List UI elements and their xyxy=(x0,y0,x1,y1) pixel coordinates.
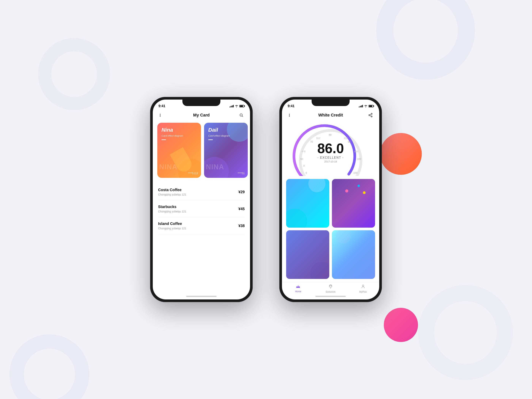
status-time-1: 9:41 xyxy=(158,104,165,108)
header-title-1: My Card xyxy=(193,113,210,118)
svg-point-0 xyxy=(160,114,161,114)
gauge-label: - EXCELLENT - xyxy=(317,156,344,159)
gc1-shape-1 xyxy=(286,209,307,228)
svg-text:差: 差 xyxy=(303,165,305,167)
wifi-icon-2 xyxy=(364,105,367,107)
exclusive-nav-icon xyxy=(329,285,333,290)
transaction-name-1: Starbucks xyxy=(158,205,238,209)
transaction-item-0[interactable]: Costa Coffee Chongqing yubeiqu 121 ¥29 xyxy=(158,184,245,200)
nav-label-exclusive: Exclusive xyxy=(326,291,336,293)
blob-orange xyxy=(380,133,422,175)
person-icon xyxy=(361,285,365,289)
bottom-nav: Home Exclusive xyxy=(282,282,379,294)
menu-icon-2 xyxy=(289,114,293,117)
signal-bar-3 xyxy=(232,105,233,107)
grid-card-4[interactable] xyxy=(332,230,375,279)
card-dail-watermark: NINA xyxy=(206,163,224,171)
search-icon-1 xyxy=(239,113,243,117)
transaction-item-2[interactable]: Island Coffee Chongqing yubeiqu 121 ¥38 xyxy=(158,217,245,234)
status-icons-2 xyxy=(359,105,374,107)
phone-1: 9:41 xyxy=(150,97,253,302)
card-dail-dash xyxy=(208,139,213,140)
notch-1 xyxy=(182,100,220,106)
svg-text:极好: 极好 xyxy=(354,150,358,152)
svg-text:良好: 良好 xyxy=(316,137,320,139)
svg-point-2 xyxy=(160,116,161,117)
signal-bar2-2 xyxy=(360,106,361,107)
transaction-left-2: Island Coffee Chongqing yubeiqu 121 xyxy=(158,222,238,230)
battery-fill-1 xyxy=(240,105,243,107)
gauge-score: 86.0 xyxy=(317,142,344,155)
svg-line-4 xyxy=(242,116,243,117)
phones-container: 9:41 xyxy=(150,97,382,302)
transaction-left-1: Starbucks Chongqing yubeiqu 121 xyxy=(158,205,238,213)
svg-point-1 xyxy=(160,115,161,116)
battery-fill-2 xyxy=(369,105,372,107)
nav-item-myplus[interactable]: MyPlus xyxy=(347,285,379,293)
phone-1-screen: 9:41 xyxy=(153,100,250,299)
svg-point-5 xyxy=(289,114,290,114)
transaction-name-0: Costa Coffee xyxy=(158,188,238,192)
svg-point-6 xyxy=(289,115,290,116)
status-icons-1 xyxy=(229,105,244,107)
card-dail[interactable]: Dail Card effect diagram NINA ****51 xyxy=(204,123,248,178)
gc2-dot-yellow xyxy=(363,191,366,194)
wifi-icon-1 xyxy=(235,105,238,107)
menu-button-1[interactable] xyxy=(158,112,165,119)
home-indicator-2 xyxy=(315,296,346,297)
transaction-name-2: Island Coffee xyxy=(158,222,238,226)
crown-icon xyxy=(296,285,300,288)
svg-text:优秀: 优秀 xyxy=(344,137,348,139)
signal-bar2-3 xyxy=(361,105,362,107)
transaction-sub-2: Chongqing yubeiqu 121 xyxy=(158,227,238,230)
nav-label-myplus: MyPlus xyxy=(359,291,367,293)
header-title-2: White Credit xyxy=(318,113,343,118)
svg-point-10 xyxy=(371,116,372,117)
svg-text:90: 90 xyxy=(348,140,351,143)
signal-bar-4 xyxy=(233,105,234,107)
battery-2 xyxy=(369,105,374,107)
transactions-list: Costa Coffee Chongqing yubeiqu 121 ¥29 S… xyxy=(153,182,250,294)
status-time-2: 9:41 xyxy=(288,104,294,108)
share-button[interactable] xyxy=(367,112,374,119)
menu-button-2[interactable] xyxy=(287,112,294,119)
grid-card-2[interactable] xyxy=(332,179,375,228)
nav-item-home[interactable]: Home xyxy=(282,285,314,293)
card-nina[interactable]: Nina Card effect diagram NINA ****5113 xyxy=(157,123,201,178)
transaction-sub-1: Chongqing yubeiqu 121 xyxy=(158,210,238,213)
blob-pink xyxy=(384,308,418,342)
nav-item-exclusive[interactable]: Exclusive xyxy=(314,285,347,293)
svg-point-7 xyxy=(289,116,290,117)
svg-point-8 xyxy=(371,113,372,114)
signal-bar-2 xyxy=(231,106,231,107)
transaction-amount-2: ¥38 xyxy=(238,224,245,228)
gc1-shape-2 xyxy=(308,179,325,192)
gc2-dot-pink xyxy=(345,190,348,192)
phone-2-screen: 9:41 xyxy=(282,100,379,299)
grid-card-1[interactable] xyxy=(286,179,329,228)
signal-bar-1 xyxy=(229,107,230,107)
transaction-sub-0: Chongqing yubeiqu 121 xyxy=(158,193,238,196)
card-dail-number: ****51 xyxy=(238,172,245,175)
notch-2 xyxy=(312,100,350,106)
phone-2: 9:41 xyxy=(279,97,382,302)
svg-text:70: 70 xyxy=(310,140,313,143)
card-nina-dash xyxy=(162,139,166,140)
app-header-2: White Credit xyxy=(282,110,379,121)
cards-grid xyxy=(282,176,379,282)
transaction-item-1[interactable]: Starbucks Chongqing yubeiqu 121 ¥45 xyxy=(158,200,245,217)
bg-circle-bottom-right xyxy=(418,285,513,380)
grid-card-3[interactable] xyxy=(286,230,329,279)
search-button-1[interactable] xyxy=(238,112,245,119)
battery-1 xyxy=(239,105,244,107)
svg-line-12 xyxy=(370,114,371,115)
svg-text:80: 80 xyxy=(329,133,332,136)
transaction-amount-0: ¥29 xyxy=(238,190,245,194)
svg-text:60: 60 xyxy=(300,158,303,160)
myplus-nav-icon xyxy=(361,285,365,290)
gauge-center: 86.0 - EXCELLENT - 2017-10-18 xyxy=(317,142,344,163)
svg-text:0: 0 xyxy=(305,171,307,174)
home-indicator-1 xyxy=(186,296,217,297)
svg-line-11 xyxy=(370,115,371,116)
card-nina-number: ****5113 xyxy=(188,172,198,175)
